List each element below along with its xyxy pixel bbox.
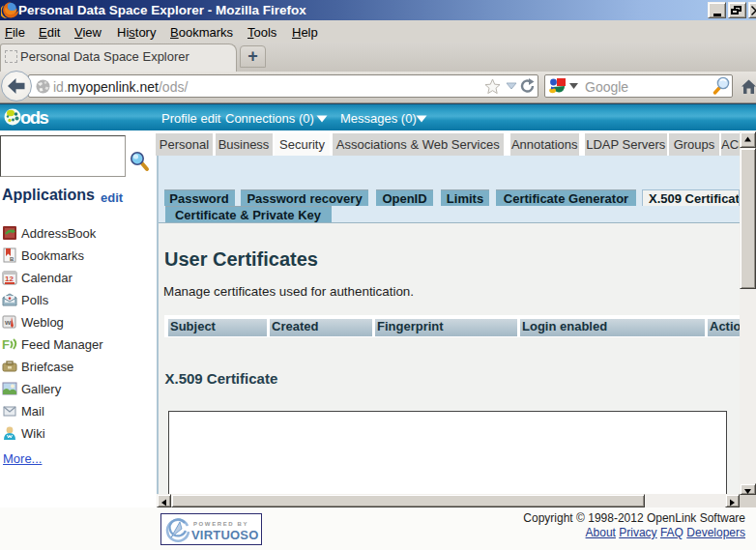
svg-text:B: B xyxy=(10,256,15,262)
svg-text:12: 12 xyxy=(5,275,14,283)
svg-text:F: F xyxy=(2,337,10,352)
svg-text:w: w xyxy=(4,318,12,327)
